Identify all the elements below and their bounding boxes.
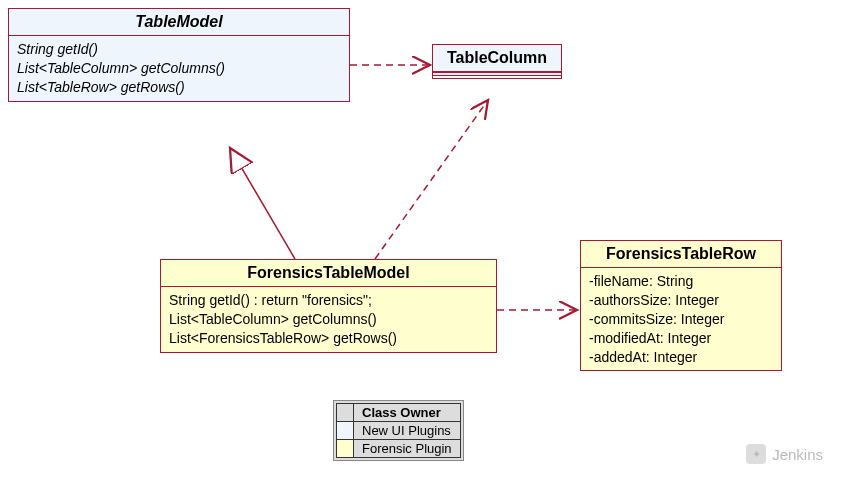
legend-title: Class Owner (354, 404, 461, 422)
class-title: TableColumn (433, 45, 561, 72)
method-line: List<TableColumn> getColumns() (17, 59, 341, 78)
class-tablecolumn: TableColumn (432, 44, 562, 79)
class-title: ForensicsTableRow (581, 241, 781, 268)
wechat-icon: ✦ (746, 444, 766, 464)
watermark: ✦ Jenkins (746, 444, 823, 464)
rel-generalization (230, 148, 295, 259)
rel-dependency-ftm-tc (375, 100, 488, 259)
legend-swatch-header (337, 404, 354, 422)
legend-label: Forensic Plugin (354, 440, 461, 458)
legend-table: Class Owner New UI Plugins Forensic Plug… (336, 403, 461, 458)
attr-line: -addedAt: Integer (589, 348, 773, 367)
class-title: ForensicsTableModel (161, 260, 496, 287)
watermark-text: Jenkins (772, 446, 823, 463)
class-forensicstablemodel: ForensicsTableModel String getId() : ret… (160, 259, 497, 353)
method-line: List<ForensicsTableRow> getRows() (169, 329, 488, 348)
legend: Class Owner New UI Plugins Forensic Plug… (333, 400, 464, 461)
legend-swatch-yellow (337, 440, 354, 458)
attr-line: -commitsSize: Integer (589, 310, 773, 329)
attr-line: -fileName: String (589, 272, 773, 291)
class-empty-section (433, 75, 561, 78)
method-line: List<TableColumn> getColumns() (169, 310, 488, 329)
class-tablemodel: TableModel String getId() List<TableColu… (8, 8, 350, 102)
method-line: String getId() (17, 40, 341, 59)
method-line: String getId() : return "forensics"; (169, 291, 488, 310)
legend-swatch-blue (337, 422, 354, 440)
method-line: List<TableRow> getRows() (17, 78, 341, 97)
class-forensicstablerow: ForensicsTableRow -fileName: String -aut… (580, 240, 782, 371)
class-attributes: -fileName: String -authorsSize: Integer … (581, 268, 781, 370)
class-methods: String getId() : return "forensics"; Lis… (161, 287, 496, 352)
class-methods: String getId() List<TableColumn> getColu… (9, 36, 349, 101)
attr-line: -modifiedAt: Integer (589, 329, 773, 348)
legend-label: New UI Plugins (354, 422, 461, 440)
class-title: TableModel (9, 9, 349, 36)
attr-line: -authorsSize: Integer (589, 291, 773, 310)
